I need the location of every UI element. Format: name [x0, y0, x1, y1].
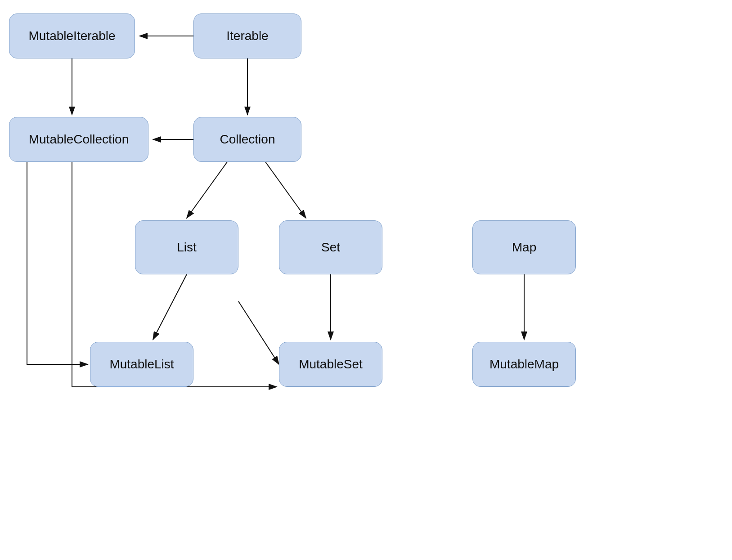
node-mutablelist: MutableList: [90, 342, 193, 387]
node-map: Map: [472, 220, 576, 274]
node-mutablecollection: MutableCollection: [9, 117, 148, 162]
node-mutablemap: MutableMap: [472, 342, 576, 387]
node-set: Set: [279, 220, 382, 274]
arrows-svg: [0, 0, 732, 560]
node-iterable: Iterable: [193, 13, 301, 58]
node-collection: Collection: [193, 117, 301, 162]
svg-line-6: [153, 274, 187, 340]
node-list: List: [135, 220, 238, 274]
node-mutableiterable: MutableIterable: [9, 13, 135, 58]
node-mutableset: MutableSet: [279, 342, 382, 387]
diagram-container: MutableIterable Iterable MutableCollecti…: [0, 0, 732, 560]
svg-line-4: [187, 162, 227, 218]
svg-line-5: [265, 162, 306, 218]
